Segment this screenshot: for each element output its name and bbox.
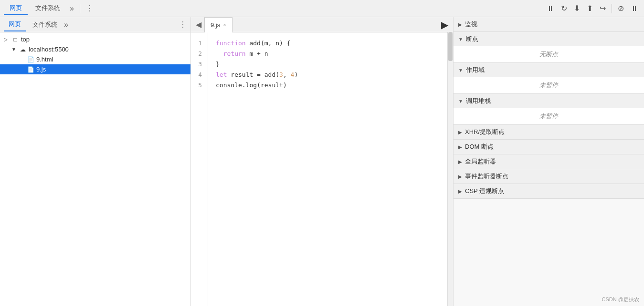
callstack-content: 未暂停 <box>454 108 644 124</box>
file-tab-webpage[interactable]: 网页 <box>4 18 26 31</box>
tree-label-top: top <box>21 36 30 43</box>
event-arrow-icon: ▶ <box>458 174 462 179</box>
tab-filesystem[interactable]: 文件系统 <box>30 2 66 15</box>
main-area: 网页 文件系统 » ⋮ ▷ □ top ▼ ☁ localhost:5500 📄 <box>0 17 644 306</box>
code-close-brace: } <box>216 61 220 68</box>
global-label: 全局监听器 <box>465 157 496 166</box>
section-event-header[interactable]: ▶ 事件监听器断点 <box>454 169 644 184</box>
watermark: CSDN @启扶农 <box>602 296 639 303</box>
disable-breakpoints-button[interactable]: ⊘ <box>616 3 626 14</box>
file-tab-more-icon[interactable]: » <box>64 20 68 29</box>
breakpoints-arrow-icon: ▼ <box>458 37 463 42</box>
line-num-3: 3 <box>195 59 202 70</box>
section-callstack: ▼ 调用堆栈 未暂停 <box>454 94 644 125</box>
csp-label: CSP 违规断点 <box>465 187 504 195</box>
breakpoints-content: 无断点 <box>454 46 644 62</box>
code-line-2: return m + n <box>216 49 440 59</box>
code-return-body: m + n <box>246 50 268 57</box>
section-xhr-header[interactable]: ▶ XHR/提取断点 <box>454 125 644 139</box>
tree-item-localhost[interactable]: ▼ ☁ localhost:5500 <box>0 44 190 54</box>
line-num-4: 4 <box>195 70 202 80</box>
tree-label-9html: 9.html <box>36 56 53 63</box>
code-line-4: let result = add(3, 4) <box>216 70 440 80</box>
code-line-3: } <box>216 59 440 70</box>
file-icon-9js: 📄 <box>27 66 34 73</box>
close-tab-icon[interactable]: × <box>223 22 226 28</box>
run-button[interactable]: ▶ <box>436 18 453 31</box>
code-content[interactable]: function add(m, n) { return m + n}let re… <box>208 32 447 306</box>
line-num-2: 2 <box>195 49 202 59</box>
section-breakpoints-header[interactable]: ▼ 断点 <box>454 32 644 46</box>
pause-exceptions-button[interactable]: ⏸ <box>629 3 640 14</box>
section-scope-header[interactable]: ▼ 作用域 <box>454 63 644 77</box>
section-event: ▶ 事件监听器断点 <box>454 169 644 184</box>
file-panel: 网页 文件系统 » ⋮ ▷ □ top ▼ ☁ localhost:5500 📄 <box>0 17 191 306</box>
tree-arrow-top: ▷ <box>4 37 10 42</box>
line-num-5: 5 <box>195 80 202 91</box>
tree-label-localhost: localhost:5500 <box>29 46 69 53</box>
scrollbar-thumb[interactable] <box>448 32 453 61</box>
section-csp-header[interactable]: ▶ CSP 违规断点 <box>454 184 644 198</box>
global-arrow-icon: ▶ <box>458 159 462 164</box>
section-dom: ▶ DOM 断点 <box>454 140 644 154</box>
section-watch: ▶ 监视 <box>454 17 644 32</box>
section-csp: ▶ CSP 违规断点 <box>454 184 644 199</box>
editor-area: ◀ 9.js × ▶ 1 2 3 4 5 function add(m, n) … <box>191 17 453 306</box>
keyword-return: return <box>223 50 246 57</box>
dots-menu-icon[interactable]: ⋮ <box>84 3 95 14</box>
tree-item-9js[interactable]: 📄 9.js <box>0 64 190 74</box>
event-label: 事件监听器断点 <box>465 172 508 181</box>
tree-item-9html[interactable]: 📄 9.html <box>0 54 190 64</box>
panel-toggle-icon[interactable]: ◀ <box>193 19 204 30</box>
section-scope: ▼ 作用域 未暂停 <box>454 63 644 94</box>
callstack-label: 调用堆栈 <box>466 97 491 105</box>
watch-arrow-icon: ▶ <box>458 22 462 27</box>
section-callstack-header[interactable]: ▼ 调用堆栈 <box>454 94 644 108</box>
line-numbers: 1 2 3 4 5 <box>191 32 208 306</box>
scrollbar[interactable] <box>447 32 453 306</box>
code-line-1: function add(m, n) { <box>216 38 440 49</box>
scope-arrow-icon: ▼ <box>458 68 463 73</box>
line-num-1: 1 <box>195 38 202 49</box>
step-out-button[interactable]: ↪ <box>598 3 608 14</box>
editor-file-tab[interactable]: 9.js × <box>204 17 232 32</box>
file-icon-9html: 📄 <box>27 56 34 63</box>
step-over-button[interactable]: ⬇ <box>572 3 582 14</box>
pause-button[interactable]: ⏸ <box>545 3 556 14</box>
keyword-let: let <box>216 71 227 78</box>
code-body: 1 2 3 4 5 function add(m, n) { return m … <box>191 32 453 306</box>
debug-panel: ▶ 监视 ▼ 断点 无断点 ▼ 作用域 未暂停 ▼ 调用堆栈 <box>453 17 644 306</box>
watch-label: 监视 <box>465 20 477 29</box>
code-add-sig: add(m, n) { <box>246 40 291 47</box>
scope-content: 未暂停 <box>454 77 644 93</box>
file-panel-tabs: 网页 文件系统 » ⋮ <box>0 17 190 32</box>
code-line-5: console.log(result) <box>216 80 440 91</box>
top-toolbar: 网页 文件系统 » ⋮ ⏸ ↻ ⬇ ⬆ ↪ ⊘ ⏸ <box>0 0 644 17</box>
file-tab-dots-icon[interactable]: ⋮ <box>179 20 187 29</box>
section-watch-header[interactable]: ▶ 监视 <box>454 17 644 31</box>
step-into-button[interactable]: ⬆ <box>585 3 595 14</box>
tree-item-top[interactable]: ▷ □ top <box>0 34 190 44</box>
tree-arrow-localhost: ▼ <box>11 47 17 52</box>
num-3: 3 <box>279 71 283 78</box>
cloud-icon: ☁ <box>19 46 27 53</box>
folder-icon-top: □ <box>11 36 19 43</box>
tree-label-9js: 9.js <box>36 66 46 73</box>
file-tab-filesystem[interactable]: 文件系统 <box>28 19 62 31</box>
code-console-log: console.log(result) <box>216 82 287 89</box>
code-result-assign: result = add( <box>227 71 279 78</box>
dom-arrow-icon: ▶ <box>458 144 462 150</box>
refresh-button[interactable]: ↻ <box>559 3 569 14</box>
section-dom-header[interactable]: ▶ DOM 断点 <box>454 140 644 154</box>
csp-arrow-icon: ▶ <box>458 189 462 194</box>
debug-controls: ⏸ ↻ ⬇ ⬆ ↪ ⊘ ⏸ <box>545 3 640 14</box>
breakpoints-label: 断点 <box>466 35 478 43</box>
keyword-function: function <box>216 40 246 47</box>
code-close-paren: ) <box>294 71 298 78</box>
editor-tabs: ◀ 9.js × ▶ <box>191 17 453 32</box>
more-tabs-icon[interactable]: » <box>68 3 76 14</box>
tab-webpage[interactable]: 网页 <box>4 2 28 15</box>
code-indent <box>216 50 223 57</box>
section-global-header[interactable]: ▶ 全局监听器 <box>454 154 644 169</box>
xhr-label: XHR/提取断点 <box>465 128 505 136</box>
